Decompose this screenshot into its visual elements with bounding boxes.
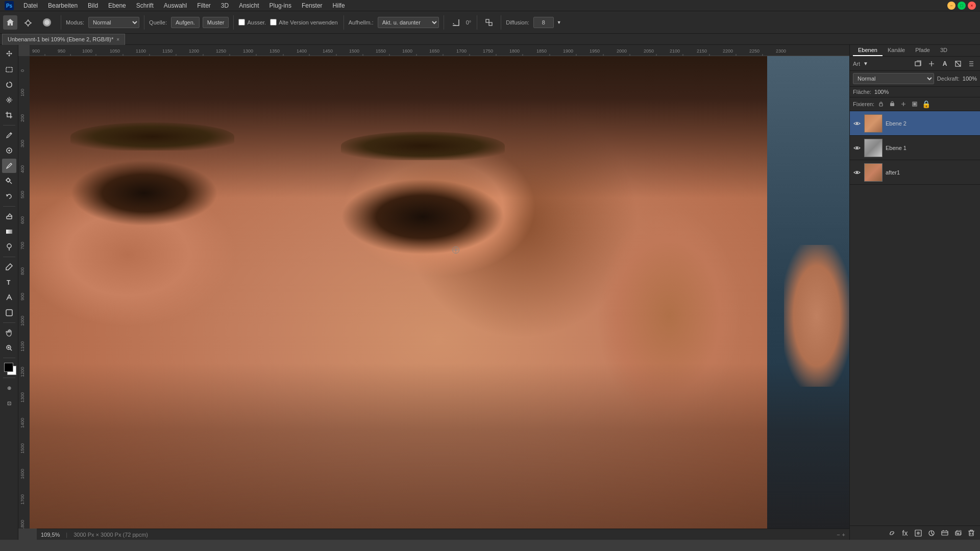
svg-rect-7 [6,67,12,72]
brush-tool-btn[interactable] [20,15,35,30]
tool-zoom[interactable] [2,341,16,355]
delete-layer-btn[interactable] [966,528,977,539]
tool-spot-heal[interactable] [2,143,16,158]
ruler-top: 900 950 1000 1050 1100 1150 1200 1250 13… [30,45,849,56]
tool-path-select[interactable] [2,290,16,305]
add-mask-btn[interactable] [913,528,924,539]
svg-text:1350: 1350 [270,48,280,54]
link-layers-btn[interactable] [886,528,897,539]
svg-rect-12 [6,230,12,234]
brush-size-btn[interactable] [38,15,56,30]
add-style-btn[interactable]: fx [899,528,911,539]
lock-image-btn[interactable] [888,99,897,109]
color-swatch[interactable] [2,361,16,375]
tool-sep-6 [3,378,15,378]
status-separator-1: | [66,532,67,538]
aufgen-btn[interactable]: Aufgen. [171,17,200,28]
angle-btn[interactable] [449,15,463,30]
menu-3d[interactable]: 3D [217,1,233,10]
minimize-button[interactable]: − [947,2,955,10]
menu-ebene[interactable]: Ebene [104,1,130,10]
add-adjustment-btn[interactable] [926,528,937,539]
zoom-in-btn[interactable]: + [842,532,845,538]
svg-text:0: 0 [20,69,25,72]
panel-btn-2[interactable] [926,58,937,69]
create-group-btn[interactable] [939,528,950,539]
lock-all-btn[interactable]: 🔒 [921,99,930,109]
layer-item-after1[interactable]: after1 [850,160,980,185]
layer-item-ebene2[interactable]: Ebene 2 [850,111,980,136]
tool-extra-1[interactable]: ⊕ [2,381,16,395]
alte-version-checkbox[interactable] [270,19,277,26]
tab-title: Unbenannt-1 bei 109% (Ebene 2, RGB/8)* [8,36,113,42]
blend-mode-select[interactable]: Normal [853,73,934,84]
lock-position-btn[interactable] [899,99,908,109]
lock-transparent-btn[interactable] [876,99,886,109]
lock-artboard-btn[interactable] [910,99,919,109]
panel-btn-4[interactable] [952,58,964,69]
menu-bearbeiten[interactable]: Bearbeiten [44,1,82,10]
tab-kanale[interactable]: Kanäle [883,45,910,56]
maximize-button[interactable]: □ [958,2,966,10]
menu-auswahl[interactable]: Auswahl [160,1,191,10]
close-button[interactable]: × [968,2,976,10]
tab-ebenen[interactable]: Ebenen [853,45,883,56]
diffusion-input[interactable] [533,17,554,28]
tool-extra-2[interactable]: ⊡ [2,396,16,410]
layer-visibility-ebene2[interactable] [853,119,861,128]
layer-visibility-after1[interactable] [853,168,861,177]
foreground-color[interactable] [4,363,13,372]
tool-shape[interactable] [2,306,16,320]
menu-ansicht[interactable]: Ansicht [235,1,263,10]
tool-gradient[interactable] [2,224,16,239]
tool-pen[interactable] [2,260,16,274]
tool-brush[interactable] [2,159,16,173]
menu-filter[interactable]: Filter [193,1,215,10]
ausser-checkbox[interactable] [238,19,245,26]
tool-rect-select[interactable] [2,62,16,77]
svg-text:1200: 1200 [20,367,25,377]
canvas-image [30,56,849,529]
eyebrow-right-overlay [341,132,505,160]
tool-sep-2 [3,206,15,207]
menu-schrift[interactable]: Schrift [132,1,158,10]
panel-btn-5[interactable] [966,58,977,69]
aufhellm-select[interactable]: Akt. u. darunter [378,17,439,28]
zoom-out-btn[interactable]: − [837,532,840,538]
tool-move[interactable] [2,47,16,61]
tool-crop[interactable] [2,108,16,122]
tool-dodge[interactable] [2,240,16,254]
art-dropdown-arrow[interactable]: ▼ [863,61,868,66]
menu-fenster[interactable]: Fenster [298,1,327,10]
modus-select[interactable]: Normal [88,17,139,28]
tab-close-btn[interactable]: × [116,37,119,42]
tool-hand[interactable] [2,325,16,340]
menu-bild[interactable]: Bild [84,1,102,10]
tool-eyedropper[interactable] [2,128,16,142]
tab-3d[interactable]: 3D [935,45,952,56]
menu-datei[interactable]: Datei [19,1,42,10]
svg-text:1300: 1300 [243,48,253,54]
panel-btn-3[interactable]: A [939,58,950,69]
canvas-viewport[interactable] [30,56,849,529]
tool-clone[interactable] [2,174,16,188]
tool-magic-wand[interactable] [2,93,16,107]
panel-btn-1[interactable] [913,58,924,69]
menu-hilfe[interactable]: Hilfe [329,1,349,10]
svg-text:1050: 1050 [110,48,120,54]
diffusion-arrow[interactable]: ▼ [557,20,561,25]
layer-item-ebene1[interactable]: Ebene 1 [850,136,980,160]
tool-type[interactable]: T [2,275,16,289]
svg-text:1450: 1450 [323,48,333,54]
document-tab[interactable]: Unbenannt-1 bei 109% (Ebene 2, RGB/8)* × [2,34,125,45]
tool-history-brush[interactable] [2,189,16,204]
layer-visibility-ebene1[interactable] [853,144,861,152]
home-tool-btn[interactable] [3,15,17,30]
tab-pfade[interactable]: Pfade [910,45,935,56]
clone-align-btn[interactable] [482,15,496,30]
menu-plugins[interactable]: Plug-ins [265,1,296,10]
muster-btn[interactable]: Muster [203,17,229,28]
tool-lasso[interactable] [2,78,16,92]
create-layer-btn[interactable] [952,528,964,539]
tool-eraser[interactable] [2,209,16,223]
